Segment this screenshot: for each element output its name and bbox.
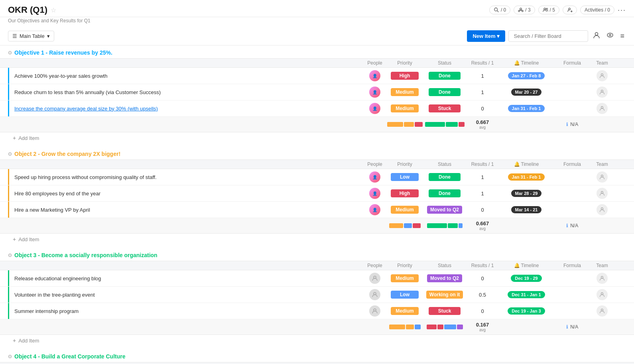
- user-icon-button[interactable]: [591, 30, 602, 42]
- chat-icon[interactable]: 💬: [164, 105, 171, 112]
- obj-toggle-4[interactable]: ⊙: [8, 354, 12, 359]
- status-bar-seg: [446, 122, 458, 127]
- timeline-badge[interactable]: Dec 31 - Jan 1: [508, 291, 545, 298]
- timeline-badge[interactable]: Mar 28 - 29: [511, 190, 542, 197]
- row-left-bar: [8, 185, 9, 201]
- search-filter-input[interactable]: [508, 30, 588, 42]
- status-badge[interactable]: Stuck: [429, 104, 461, 112]
- search-badge[interactable]: / 0: [489, 6, 510, 14]
- eye-icon-button[interactable]: [605, 30, 615, 42]
- priority-badge[interactable]: High: [391, 189, 419, 197]
- chat-icon[interactable]: 💬: [121, 73, 128, 79]
- item-name[interactable]: Increase the company average deal size b…: [14, 106, 158, 112]
- team-placeholder: [597, 103, 608, 114]
- col-status: Status: [423, 60, 467, 66]
- status-cell: Moved to Q2: [423, 274, 467, 282]
- objective-section-2: ⊙ Object 2 - Grow the company 2X bigger!…: [0, 147, 634, 245]
- priority-badge[interactable]: Medium: [391, 274, 419, 282]
- timeline-badge[interactable]: Mar 14 - 21: [511, 206, 542, 213]
- objective-title-3[interactable]: Object 3 - Become a socially responsible…: [14, 252, 158, 258]
- status-badge[interactable]: Working on it: [426, 291, 463, 299]
- objective-title-2[interactable]: Object 2 - Grow the company 2X bigger!: [14, 151, 120, 157]
- settings-person-badge[interactable]: [563, 6, 577, 14]
- people-cell: [363, 305, 387, 317]
- status-badge[interactable]: Moved to Q2: [427, 274, 462, 282]
- chat-icon[interactable]: 💬: [107, 190, 114, 197]
- obj-toggle-3[interactable]: ⊙: [8, 252, 12, 258]
- status-bar-seg: [457, 325, 463, 329]
- add-item-row-2[interactable]: + Add Item: [0, 234, 634, 245]
- status-cell: Working on it: [423, 291, 467, 299]
- priority-bar-seg: [406, 325, 414, 329]
- subtitle: Our Objectives and Key Results for Q1: [0, 17, 634, 27]
- chat-icon[interactable]: 💬: [96, 207, 103, 213]
- priority-badge[interactable]: High: [391, 72, 419, 80]
- main-table-button[interactable]: ☰ Main Table ▾: [8, 31, 54, 41]
- table-row: Achieve 100% year-to-year sales growth ✓…: [0, 68, 634, 84]
- table-row: Hire a new Marketing VP by April 💬 👤 Med…: [0, 202, 634, 218]
- col-people: People: [363, 60, 387, 66]
- status-badge[interactable]: Done: [429, 72, 461, 80]
- timeline-badge[interactable]: Mar 20 - 27: [511, 89, 542, 96]
- priority-badge[interactable]: Low: [391, 291, 419, 299]
- timeline-badge[interactable]: Jan 31 - Feb 1: [508, 173, 545, 181]
- chat-icon[interactable]: 💬: [108, 275, 114, 281]
- search-icon: [494, 7, 499, 13]
- status-badge[interactable]: Done: [429, 88, 461, 96]
- status-badge[interactable]: Stuck: [429, 307, 461, 315]
- new-item-button[interactable]: New Item ▾: [467, 30, 505, 42]
- timeline-badge[interactable]: Jan 31 - Feb 1: [508, 105, 545, 112]
- item-name-cell: Release educational engineering blog 💬: [8, 275, 363, 281]
- item-name-cell: Hire 80 employees by end of the year 💬: [8, 190, 363, 197]
- objective-title-1[interactable]: Objective 1 - Raise revenues by 25%.: [14, 49, 112, 56]
- add-item-label: Add Item: [18, 135, 39, 141]
- priority-badge[interactable]: Low: [391, 173, 419, 181]
- avatar-placeholder: [369, 305, 380, 317]
- chat-icon[interactable]: 💬: [167, 89, 174, 95]
- status-badge[interactable]: Done: [429, 173, 461, 181]
- connections-badge[interactable]: / 3: [514, 6, 535, 14]
- add-item-row-3[interactable]: + Add Item: [0, 335, 634, 346]
- col-results: Results / 1: [467, 161, 498, 167]
- chat-icon[interactable]: 💬: [163, 174, 170, 180]
- status-badge[interactable]: Moved to Q2: [427, 206, 462, 214]
- header-left: OKR (Q1) ☆: [8, 5, 56, 15]
- star-icon[interactable]: ☆: [51, 6, 56, 14]
- status-badge[interactable]: Done: [429, 189, 461, 197]
- team-cell: [590, 87, 614, 98]
- summary-priority-bar: [387, 223, 423, 228]
- chat-icon[interactable]: 💬: [101, 291, 108, 298]
- priority-cell: Low: [387, 291, 423, 299]
- status-bar-seg: [427, 223, 447, 228]
- objective-title-4[interactable]: Object 4 - Build a Great Corporate Cultu…: [14, 353, 126, 360]
- priority-badge[interactable]: Medium: [391, 104, 419, 112]
- filter-icon-button[interactable]: ≡: [618, 30, 626, 42]
- priority-badge[interactable]: Medium: [391, 88, 419, 96]
- priority-badge[interactable]: Medium: [391, 206, 419, 214]
- add-item-row-1[interactable]: + Add Item: [0, 132, 634, 144]
- bell-icon: 🔔: [514, 60, 520, 66]
- chat-icon[interactable]: 💬: [85, 308, 92, 314]
- col-headers-4: People Priority Status Results / 1 🔔Time…: [0, 362, 634, 364]
- row-left-bar: [8, 303, 9, 319]
- timeline-badge[interactable]: Dec 19 - Jan 3: [508, 307, 545, 315]
- obj-toggle-2[interactable]: ⊙: [8, 151, 12, 157]
- persons-icon: [543, 7, 548, 13]
- objective-section-3: ⊙ Object 3 - Become a socially responsib…: [0, 248, 634, 346]
- item-name: Hire 80 employees by end of the year: [14, 191, 100, 197]
- summary-row-2: 0.667 avg ℹ N/A: [0, 218, 634, 234]
- activities-badge[interactable]: Activities / 0: [580, 6, 614, 14]
- col-headers-3: People Priority Status Results / 1 🔔Time…: [0, 261, 634, 270]
- avatar: 👤: [369, 204, 380, 215]
- team-cell: [590, 171, 614, 183]
- obj-toggle-1[interactable]: ⊙: [8, 50, 12, 55]
- summary-priority-bar: [387, 122, 423, 127]
- timeline-badge[interactable]: Dec 19 - 29: [511, 275, 541, 282]
- svg-point-15: [601, 74, 603, 76]
- timeline-badge[interactable]: Jan 27 - Feb 8: [508, 72, 545, 79]
- priority-badge[interactable]: Medium: [391, 307, 419, 315]
- summary-formula: ℹ N/A: [554, 324, 590, 330]
- more-button[interactable]: ···: [618, 6, 626, 14]
- avatar: 👤: [369, 188, 380, 199]
- persons-badge[interactable]: / 5: [538, 6, 559, 14]
